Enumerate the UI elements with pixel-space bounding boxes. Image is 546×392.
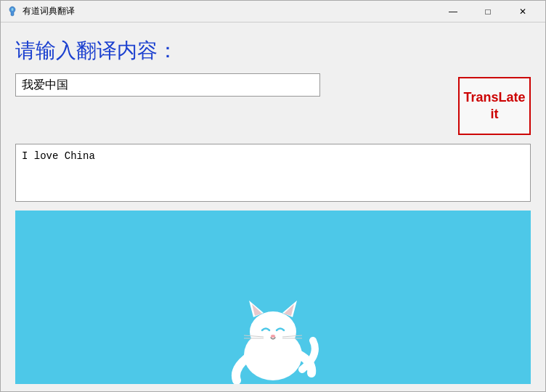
maximize-button[interactable]: □ (471, 1, 505, 23)
window-title: 有道词典翻译 (23, 5, 436, 17)
prompt-label: 请输入翻译内容： (15, 37, 447, 65)
cat-animation-area (15, 211, 531, 384)
left-section: 请输入翻译内容： (15, 37, 447, 97)
minimize-button[interactable]: — (436, 1, 470, 23)
close-button[interactable]: ✕ (506, 1, 539, 23)
translate-button[interactable]: TransLateit (458, 77, 531, 135)
app-icon (7, 6, 18, 17)
cat-image (219, 282, 327, 384)
translate-button-label: TransLateit (463, 89, 525, 123)
translation-input[interactable] (15, 73, 320, 97)
title-bar: 有道词典翻译 — □ ✕ (1, 1, 545, 23)
header-row: 请输入翻译内容： TransLateit (15, 37, 531, 135)
window-controls: — □ ✕ (436, 1, 539, 23)
main-content: 请输入翻译内容： TransLateit I love China (1, 23, 545, 391)
svg-point-2 (250, 311, 296, 352)
translation-output[interactable]: I love China (15, 144, 531, 202)
svg-point-0 (12, 8, 14, 11)
svg-point-7 (271, 335, 275, 338)
main-window: 有道词典翻译 — □ ✕ 请输入翻译内容： TransLateit I love… (0, 0, 546, 392)
